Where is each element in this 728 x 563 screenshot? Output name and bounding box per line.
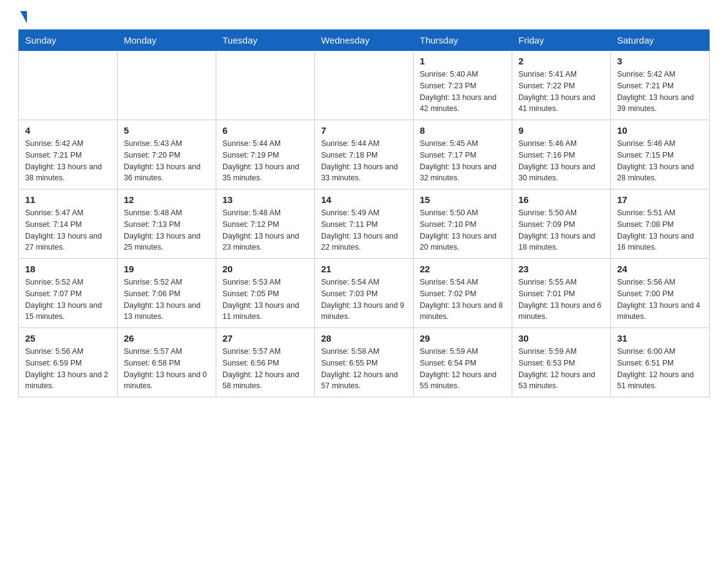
- day-number: 15: [420, 194, 506, 205]
- day-info: Sunrise: 5:40 AMSunset: 7:23 PMDaylight:…: [420, 69, 506, 115]
- day-number: 12: [124, 194, 210, 205]
- calendar-cell: 8Sunrise: 5:45 AMSunset: 7:17 PMDaylight…: [414, 120, 512, 190]
- calendar-cell: 11Sunrise: 5:47 AMSunset: 7:14 PMDayligh…: [19, 190, 118, 259]
- day-number: 23: [518, 264, 604, 274]
- day-number: 7: [321, 125, 407, 136]
- day-number: 8: [420, 125, 506, 136]
- day-info: Sunrise: 5:53 AMSunset: 7:05 PMDaylight:…: [222, 277, 308, 323]
- day-number: 6: [222, 125, 308, 136]
- day-number: 21: [321, 264, 407, 274]
- day-number: 13: [222, 194, 308, 205]
- day-info: Sunrise: 5:51 AMSunset: 7:08 PMDaylight:…: [617, 207, 703, 253]
- calendar-week-row-2: 4Sunrise: 5:42 AMSunset: 7:21 PMDaylight…: [19, 120, 710, 190]
- day-number: 31: [617, 333, 703, 343]
- day-number: 28: [321, 333, 407, 343]
- logo: [18, 12, 27, 23]
- calendar-cell: 13Sunrise: 5:48 AMSunset: 7:12 PMDayligh…: [216, 190, 315, 259]
- day-info: Sunrise: 5:46 AMSunset: 7:15 PMDaylight:…: [617, 138, 703, 184]
- calendar-week-row-5: 25Sunrise: 5:56 AMSunset: 6:59 PMDayligh…: [19, 328, 710, 397]
- day-number: 16: [518, 194, 604, 205]
- calendar-cell: 20Sunrise: 5:53 AMSunset: 7:05 PMDayligh…: [216, 259, 315, 328]
- day-info: Sunrise: 5:48 AMSunset: 7:12 PMDaylight:…: [222, 207, 308, 253]
- day-info: Sunrise: 5:56 AMSunset: 7:00 PMDaylight:…: [617, 277, 703, 323]
- day-number: 24: [617, 264, 703, 274]
- day-info: Sunrise: 5:44 AMSunset: 7:19 PMDaylight:…: [222, 138, 308, 184]
- day-info: Sunrise: 5:42 AMSunset: 7:21 PMDaylight:…: [617, 69, 703, 115]
- calendar-cell: 31Sunrise: 6:00 AMSunset: 6:51 PMDayligh…: [611, 328, 710, 397]
- weekday-header-thursday: Thursday: [414, 30, 512, 51]
- day-info: Sunrise: 5:50 AMSunset: 7:09 PMDaylight:…: [518, 207, 604, 253]
- day-info: Sunrise: 5:49 AMSunset: 7:11 PMDaylight:…: [321, 207, 407, 253]
- day-info: Sunrise: 5:43 AMSunset: 7:20 PMDaylight:…: [124, 138, 210, 184]
- calendar-cell: 1Sunrise: 5:40 AMSunset: 7:23 PMDaylight…: [414, 51, 512, 120]
- calendar-cell: 7Sunrise: 5:44 AMSunset: 7:18 PMDaylight…: [315, 120, 414, 190]
- day-info: Sunrise: 5:42 AMSunset: 7:21 PMDaylight:…: [25, 138, 111, 184]
- day-number: 27: [222, 333, 308, 343]
- day-info: Sunrise: 6:00 AMSunset: 6:51 PMDaylight:…: [617, 346, 703, 392]
- day-info: Sunrise: 5:54 AMSunset: 7:03 PMDaylight:…: [321, 277, 407, 323]
- calendar-cell: 6Sunrise: 5:44 AMSunset: 7:19 PMDaylight…: [216, 120, 315, 190]
- day-info: Sunrise: 5:48 AMSunset: 7:13 PMDaylight:…: [124, 207, 210, 253]
- day-info: Sunrise: 5:41 AMSunset: 7:22 PMDaylight:…: [518, 69, 604, 115]
- logo-triangle-icon: [20, 11, 27, 23]
- weekday-header-monday: Monday: [118, 30, 216, 51]
- calendar-week-row-1: 1Sunrise: 5:40 AMSunset: 7:23 PMDaylight…: [19, 51, 710, 120]
- day-number: 19: [124, 264, 210, 274]
- page-header: [18, 12, 710, 23]
- calendar-cell: [118, 51, 216, 120]
- weekday-header-wednesday: Wednesday: [315, 30, 414, 51]
- day-info: Sunrise: 5:59 AMSunset: 6:54 PMDaylight:…: [420, 346, 506, 392]
- day-number: 2: [518, 56, 604, 66]
- calendar-cell: 16Sunrise: 5:50 AMSunset: 7:09 PMDayligh…: [512, 190, 611, 259]
- calendar-cell: 29Sunrise: 5:59 AMSunset: 6:54 PMDayligh…: [414, 328, 512, 397]
- day-number: 26: [124, 333, 210, 343]
- calendar-cell: 22Sunrise: 5:54 AMSunset: 7:02 PMDayligh…: [414, 259, 512, 328]
- calendar-cell: 15Sunrise: 5:50 AMSunset: 7:10 PMDayligh…: [414, 190, 512, 259]
- day-number: 17: [617, 194, 703, 205]
- calendar-cell: 19Sunrise: 5:52 AMSunset: 7:06 PMDayligh…: [118, 259, 216, 328]
- calendar-cell: 26Sunrise: 5:57 AMSunset: 6:58 PMDayligh…: [118, 328, 216, 397]
- weekday-header-saturday: Saturday: [611, 30, 710, 51]
- calendar-table: SundayMondayTuesdayWednesdayThursdayFrid…: [18, 29, 710, 397]
- calendar-cell: 4Sunrise: 5:42 AMSunset: 7:21 PMDaylight…: [19, 120, 118, 190]
- weekday-header-row: SundayMondayTuesdayWednesdayThursdayFrid…: [19, 30, 710, 51]
- calendar-cell: 5Sunrise: 5:43 AMSunset: 7:20 PMDaylight…: [118, 120, 216, 190]
- day-info: Sunrise: 5:50 AMSunset: 7:10 PMDaylight:…: [420, 207, 506, 253]
- calendar-cell: 21Sunrise: 5:54 AMSunset: 7:03 PMDayligh…: [315, 259, 414, 328]
- day-info: Sunrise: 5:55 AMSunset: 7:01 PMDaylight:…: [518, 277, 604, 323]
- day-info: Sunrise: 5:47 AMSunset: 7:14 PMDaylight:…: [25, 207, 111, 253]
- day-number: 29: [420, 333, 506, 343]
- day-number: 5: [124, 125, 210, 136]
- calendar-cell: 28Sunrise: 5:58 AMSunset: 6:55 PMDayligh…: [315, 328, 414, 397]
- calendar-cell: 23Sunrise: 5:55 AMSunset: 7:01 PMDayligh…: [512, 259, 611, 328]
- calendar-cell: 14Sunrise: 5:49 AMSunset: 7:11 PMDayligh…: [315, 190, 414, 259]
- calendar-cell: 25Sunrise: 5:56 AMSunset: 6:59 PMDayligh…: [19, 328, 118, 397]
- day-info: Sunrise: 5:57 AMSunset: 6:58 PMDaylight:…: [124, 346, 210, 392]
- calendar-cell: 24Sunrise: 5:56 AMSunset: 7:00 PMDayligh…: [611, 259, 710, 328]
- calendar-week-row-4: 18Sunrise: 5:52 AMSunset: 7:07 PMDayligh…: [19, 259, 710, 328]
- calendar-cell: 9Sunrise: 5:46 AMSunset: 7:16 PMDaylight…: [512, 120, 611, 190]
- day-number: 3: [617, 56, 703, 66]
- calendar-cell: 12Sunrise: 5:48 AMSunset: 7:13 PMDayligh…: [118, 190, 216, 259]
- day-number: 20: [222, 264, 308, 274]
- day-number: 25: [25, 333, 111, 343]
- calendar-cell: 30Sunrise: 5:59 AMSunset: 6:53 PMDayligh…: [512, 328, 611, 397]
- weekday-header-tuesday: Tuesday: [216, 30, 315, 51]
- calendar-cell: 10Sunrise: 5:46 AMSunset: 7:15 PMDayligh…: [611, 120, 710, 190]
- weekday-header-friday: Friday: [512, 30, 611, 51]
- day-number: 9: [518, 125, 604, 136]
- calendar-cell: [315, 51, 414, 120]
- calendar-cell: 18Sunrise: 5:52 AMSunset: 7:07 PMDayligh…: [19, 259, 118, 328]
- day-info: Sunrise: 5:52 AMSunset: 7:07 PMDaylight:…: [25, 277, 111, 323]
- day-info: Sunrise: 5:54 AMSunset: 7:02 PMDaylight:…: [420, 277, 506, 323]
- day-info: Sunrise: 5:57 AMSunset: 6:56 PMDaylight:…: [222, 346, 308, 392]
- day-number: 30: [518, 333, 604, 343]
- day-number: 18: [25, 264, 111, 274]
- calendar-week-row-3: 11Sunrise: 5:47 AMSunset: 7:14 PMDayligh…: [19, 190, 710, 259]
- calendar-cell: [216, 51, 315, 120]
- day-number: 22: [420, 264, 506, 274]
- calendar-cell: 3Sunrise: 5:42 AMSunset: 7:21 PMDaylight…: [611, 51, 710, 120]
- calendar-cell: 27Sunrise: 5:57 AMSunset: 6:56 PMDayligh…: [216, 328, 315, 397]
- weekday-header-sunday: Sunday: [19, 30, 118, 51]
- day-number: 14: [321, 194, 407, 205]
